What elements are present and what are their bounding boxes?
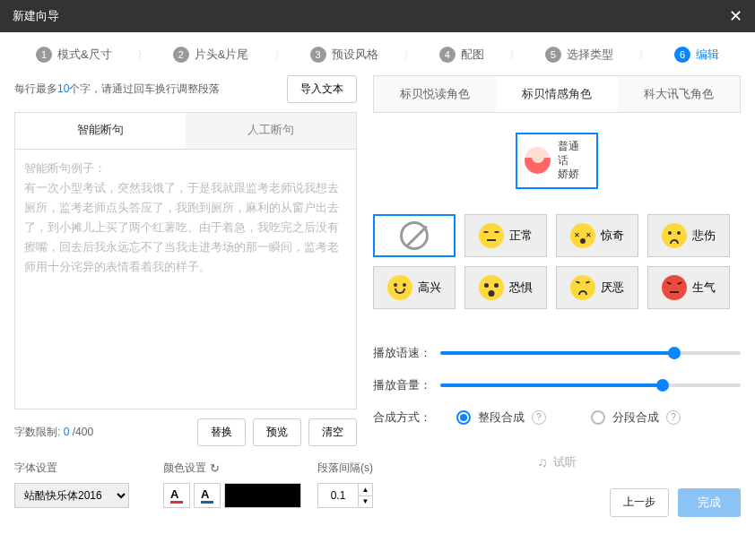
- speed-slider[interactable]: [440, 351, 741, 355]
- text-input-area[interactable]: 智能断句例子： 有一次小型考试，突然我饿了，于是我就跟监考老师说我想去厕所，监考…: [14, 150, 357, 409]
- chevron-right-icon: 〉: [274, 47, 285, 63]
- emotion-grid: 正常 ✕✕惊奇 悲伤 高兴 恐惧 厌恶 生气: [373, 214, 741, 309]
- disgust-face-icon: [570, 275, 595, 300]
- paragraph-interval-label: 段落间隔(s): [317, 461, 373, 476]
- speed-label: 播放语速：: [373, 345, 431, 361]
- spinner-down[interactable]: ▼: [359, 496, 372, 508]
- neutral-face-icon: [479, 223, 504, 248]
- happy-face-icon: [387, 275, 412, 300]
- text-color-button[interactable]: A: [163, 483, 190, 508]
- import-hint: 每行最多10个字，请通过回车换行调整段落: [14, 82, 220, 97]
- color-setting-label: 颜色设置 ↻: [163, 461, 301, 476]
- titlebar: 新建向导 ✕: [0, 0, 755, 32]
- fear-face-icon: [479, 275, 504, 300]
- chevron-right-icon: 〉: [137, 47, 148, 63]
- voice-provider-tabs: 标贝悦读角色 标贝情感角色 科大讯飞角色: [373, 75, 741, 113]
- emotion-happy[interactable]: 高兴: [373, 266, 456, 309]
- step-5[interactable]: 5选择类型: [545, 47, 613, 63]
- volume-label: 播放音量：: [373, 377, 431, 393]
- avatar: [525, 147, 551, 174]
- chevron-right-icon: 〉: [404, 47, 414, 63]
- font-setting-label: 字体设置: [14, 461, 147, 476]
- emotion-fear[interactable]: 恐惧: [464, 266, 547, 309]
- preview-button[interactable]: 预览: [253, 418, 301, 446]
- tab-iflytek[interactable]: 科大讯飞角色: [618, 76, 740, 112]
- radio-split-synth[interactable]: 分段合成?: [591, 409, 681, 426]
- emotion-sad[interactable]: 悲伤: [647, 214, 730, 257]
- finish-button[interactable]: 完成: [678, 488, 741, 517]
- none-icon: [400, 221, 429, 250]
- step-3[interactable]: 3预设风格: [310, 47, 378, 63]
- help-icon[interactable]: ?: [532, 410, 546, 425]
- text-color-button-2[interactable]: A: [194, 483, 221, 508]
- voice-name: 普通话 娇娇: [558, 140, 589, 182]
- radio-icon: [456, 410, 471, 425]
- chevron-right-icon: 〉: [509, 47, 520, 63]
- segmentation-tabs: 智能断句 人工断句: [14, 112, 357, 150]
- prev-step-button[interactable]: 上一步: [610, 488, 669, 517]
- color-swatch[interactable]: [224, 483, 301, 508]
- angry-face-icon: [662, 275, 687, 300]
- help-icon[interactable]: ?: [666, 410, 681, 425]
- volume-slider[interactable]: [440, 383, 741, 387]
- wizard-steps: 1模式&尺寸〉 2片头&片尾〉 3预设风格〉 4配图〉 5选择类型〉 6编辑: [0, 32, 755, 75]
- paragraph-interval-spinner[interactable]: 0.1 ▲▼: [317, 483, 373, 508]
- spinner-up[interactable]: ▲: [359, 484, 372, 496]
- surprise-face-icon: ✕✕: [570, 223, 595, 248]
- clear-button[interactable]: 清空: [308, 418, 357, 446]
- step-6[interactable]: 6编辑: [674, 47, 719, 63]
- window-title: 新建向导: [13, 8, 59, 24]
- radio-icon: [591, 410, 605, 425]
- char-count: 字数限制: 0 /400: [14, 425, 93, 440]
- tab-manual-split[interactable]: 人工断句: [186, 113, 356, 149]
- font-select[interactable]: 站酷快乐体2016: [14, 483, 129, 508]
- emotion-disgust[interactable]: 厌恶: [556, 266, 638, 309]
- emotion-angry[interactable]: 生气: [647, 266, 730, 309]
- step-4[interactable]: 4配图: [439, 47, 484, 63]
- refresh-icon[interactable]: ↻: [210, 461, 220, 475]
- listen-button[interactable]: ♫试听: [373, 445, 741, 488]
- close-icon[interactable]: ✕: [729, 6, 742, 26]
- step-1[interactable]: 1模式&尺寸: [36, 47, 112, 63]
- voice-card-jiaojiao[interactable]: 普通话 娇娇: [516, 133, 598, 189]
- placeholder-text: 智能断句例子： 有一次小型考试，突然我饿了，于是我就跟监考老师说我想去厕所，监考…: [24, 159, 347, 278]
- radio-whole-synth[interactable]: 整段合成?: [456, 409, 546, 426]
- emotion-normal[interactable]: 正常: [464, 214, 547, 257]
- tab-biaobei-emotion[interactable]: 标贝情感角色: [496, 76, 618, 112]
- replace-button[interactable]: 替换: [197, 418, 246, 446]
- sad-face-icon: [662, 223, 687, 248]
- import-text-button[interactable]: 导入文本: [287, 75, 357, 103]
- emotion-none[interactable]: [373, 214, 456, 257]
- chevron-right-icon: 〉: [638, 47, 649, 63]
- tab-smart-split[interactable]: 智能断句: [15, 113, 186, 149]
- headphone-icon: ♫: [537, 454, 547, 470]
- step-2[interactable]: 2片头&片尾: [173, 47, 249, 63]
- synth-label: 合成方式：: [373, 409, 431, 426]
- emotion-surprise[interactable]: ✕✕惊奇: [556, 214, 638, 257]
- tab-biaobei-read[interactable]: 标贝悦读角色: [374, 76, 496, 112]
